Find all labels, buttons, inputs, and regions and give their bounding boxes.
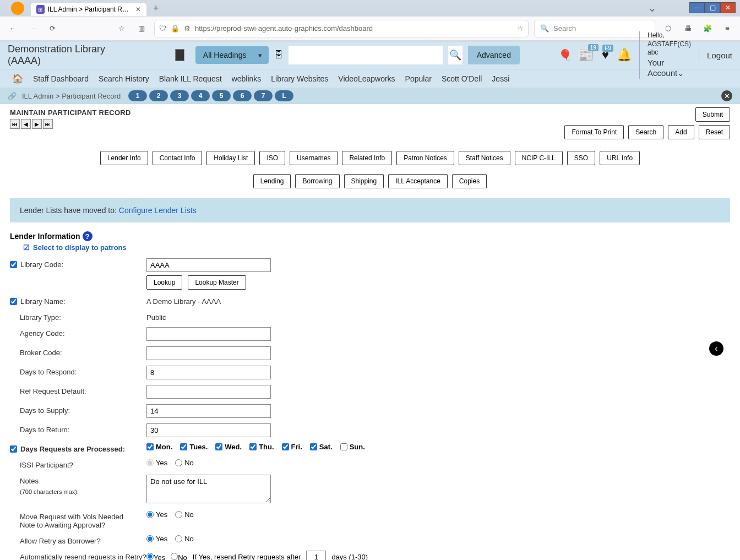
resend-days-input[interactable]: [306, 551, 326, 560]
tab-holiday-list[interactable]: Holiday List: [206, 151, 255, 165]
pager-first-icon[interactable]: ⏮: [10, 119, 20, 129]
bookmark-icon[interactable]: ☆: [115, 21, 129, 36]
nav-blank-ill-request[interactable]: Blank ILL Request: [159, 74, 222, 83]
days-to-return-input[interactable]: [146, 423, 271, 437]
add-button[interactable]: Add: [668, 125, 694, 139]
day-sun-checkbox[interactable]: [340, 443, 347, 450]
tab-patron-notices[interactable]: Patron Notices: [396, 151, 454, 165]
day-mon-checkbox[interactable]: [146, 443, 154, 450]
agency-code-input[interactable]: [146, 327, 271, 341]
configure-lender-lists-link[interactable]: Configure Lender Lists: [119, 206, 197, 215]
context-pill-4[interactable]: 4: [191, 90, 210, 101]
allow-retry-yes-radio[interactable]: [146, 535, 154, 542]
tab-ncip-c-ill[interactable]: NCIP C-ILL: [515, 151, 563, 165]
nav-search-history[interactable]: Search History: [99, 74, 149, 83]
reset-button[interactable]: Reset: [699, 125, 730, 139]
ref-request-default-input[interactable]: [146, 385, 271, 399]
pager-last-icon[interactable]: ⏭: [43, 119, 53, 129]
day-wed-checkbox[interactable]: [215, 443, 222, 450]
window-close-button[interactable]: ✕: [720, 2, 736, 13]
day-sat-checkbox[interactable]: [310, 443, 317, 450]
tab-url-info[interactable]: URL Info: [600, 151, 640, 165]
back-button[interactable]: ←: [6, 21, 20, 36]
nav-popular[interactable]: Popular: [405, 74, 432, 83]
context-pill-l[interactable]: L: [275, 90, 293, 101]
context-pill-3[interactable]: 3: [170, 90, 189, 101]
tab-shipping[interactable]: Shipping: [344, 174, 384, 188]
database-icon[interactable]: 🗄: [274, 50, 283, 60]
tab-staff-notices[interactable]: Staff Notices: [459, 151, 510, 165]
day-thu-checkbox[interactable]: [249, 443, 257, 450]
balloon-icon[interactable]: 🎈: [558, 48, 572, 62]
library-name-checkbox[interactable]: [10, 298, 17, 305]
lookup-master-button[interactable]: Lookup Master: [188, 275, 246, 290]
tab-ill-acceptance[interactable]: ILL Acceptance: [388, 174, 448, 188]
context-pill-5[interactable]: 5: [212, 90, 231, 101]
advanced-button[interactable]: Advanced: [468, 46, 520, 64]
move-request-no-radio[interactable]: [175, 511, 182, 518]
context-pill-7[interactable]: 7: [254, 90, 273, 101]
nav-videoleapworks[interactable]: VideoLeapworks: [338, 74, 395, 83]
days-to-supply-input[interactable]: [146, 404, 271, 418]
notifications-icon[interactable]: 🔔: [617, 48, 632, 62]
auto-resend-no-radio[interactable]: [171, 553, 178, 560]
tab-contact-info[interactable]: Contact Info: [153, 151, 203, 165]
search-button-action[interactable]: Search: [628, 125, 663, 139]
nav-library-websites[interactable]: Library Websites: [271, 74, 328, 83]
search-button[interactable]: 🔍: [448, 46, 463, 64]
context-pill-1[interactable]: 1: [128, 90, 147, 101]
issi-no-radio[interactable]: [175, 459, 182, 466]
library-code-checkbox[interactable]: [10, 261, 17, 268]
day-tue-checkbox[interactable]: [180, 443, 187, 450]
broker-code-input[interactable]: [146, 346, 271, 360]
reload-button[interactable]: ⟳: [45, 21, 59, 36]
home-icon[interactable]: 🏠: [12, 73, 23, 84]
tab-copies[interactable]: Copies: [452, 174, 487, 188]
move-request-yes-radio[interactable]: [146, 511, 154, 518]
forward-button[interactable]: →: [25, 21, 40, 36]
day-fri-checkbox[interactable]: [282, 443, 289, 450]
tabs-dropdown-icon[interactable]: ⌄: [648, 2, 656, 14]
tab-iso[interactable]: ISO: [259, 151, 285, 165]
tab-lender-info[interactable]: Lender Info: [100, 151, 148, 165]
favorites-icon[interactable]: ♥ F9: [602, 48, 609, 62]
tab-lending[interactable]: Lending: [253, 174, 291, 188]
issi-yes-radio[interactable]: [146, 459, 154, 466]
nav-scott-odell[interactable]: Scott O'Dell: [442, 74, 482, 83]
allow-retry-no-radio[interactable]: [175, 535, 182, 542]
url-bar[interactable]: 🛡 🔒 ⚙ https://preprod-stwi-agent.auto-gr…: [154, 20, 529, 37]
tab-sso[interactable]: SSO: [567, 151, 595, 165]
context-pill-6[interactable]: 6: [233, 90, 252, 101]
new-tab-button[interactable]: +: [153, 3, 159, 14]
main-search-input[interactable]: [289, 46, 443, 64]
context-pill-2[interactable]: 2: [149, 90, 168, 101]
tab-related-info[interactable]: Related Info: [342, 151, 392, 165]
tab-close-icon[interactable]: ✕: [135, 6, 141, 13]
pager-prev-icon[interactable]: ◀: [21, 119, 31, 129]
help-icon[interactable]: ?: [83, 231, 92, 241]
notes-textarea[interactable]: Do not use for ILL: [146, 475, 271, 503]
format-to-print-button[interactable]: Format To Print: [564, 125, 624, 139]
select-to-display-link[interactable]: ☑ Select to display to patrons: [23, 243, 730, 252]
library-icon[interactable]: ▥: [134, 21, 149, 36]
nav-jessi[interactable]: Jessi: [492, 74, 509, 83]
headings-dropdown[interactable]: All Headings: [195, 46, 269, 64]
tab-usernames[interactable]: Usernames: [290, 151, 338, 165]
library-code-input[interactable]: [146, 258, 271, 272]
window-minimize-button[interactable]: —: [689, 2, 705, 13]
browser-tab[interactable]: ⊞ ILL Admin > Participant Record ✕: [31, 3, 146, 16]
tab-borrowing[interactable]: Borrowing: [295, 174, 339, 188]
logout-link[interactable]: Logout: [699, 51, 732, 60]
submit-button[interactable]: Submit: [695, 107, 730, 122]
collapse-chevron-icon[interactable]: ‹: [709, 341, 723, 356]
window-maximize-button[interactable]: ▢: [705, 2, 720, 13]
days-processed-checkbox[interactable]: [10, 445, 17, 453]
nav-weblinks[interactable]: weblinks: [232, 74, 262, 83]
messages-icon[interactable]: 📰 19: [578, 47, 594, 63]
days-to-respond-input[interactable]: [146, 366, 271, 379]
pager-next-icon[interactable]: ▶: [32, 119, 42, 129]
auto-resend-yes-radio[interactable]: [146, 553, 154, 560]
context-close-icon[interactable]: ✕: [721, 90, 732, 101]
lookup-button[interactable]: Lookup: [146, 275, 182, 290]
nav-staff-dashboard[interactable]: Staff Dashboard: [33, 74, 89, 83]
